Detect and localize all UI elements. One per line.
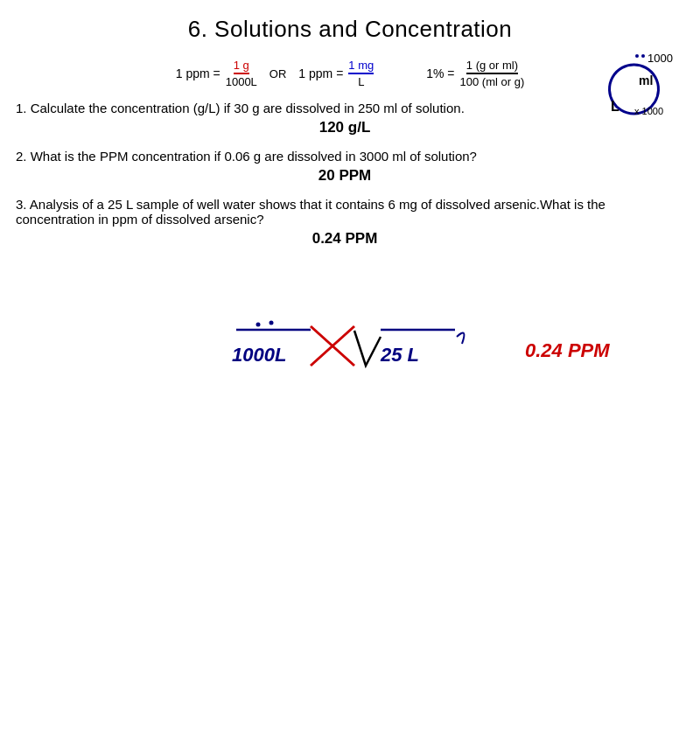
ppm2-numerator: 1 mg [348, 59, 374, 74]
question-2: 2. What is the PPM concentration if 0.06… [16, 149, 674, 185]
svg-text:1000: 1000 [648, 52, 673, 65]
page-title: 6. Solutions and Concentration [0, 0, 700, 52]
formulas-row: 1 ppm = 1 g 1000L OR 1 ppm = 1 mg L 1% =… [0, 52, 700, 92]
ppm1-numerator: 1 g [234, 59, 249, 74]
svg-point-7 [270, 321, 274, 325]
svg-text:0.24 PPM: 0.24 PPM [525, 339, 610, 361]
concentration-circle-svg: 1000 ml L x 1000 [595, 52, 674, 122]
question-1: 1. Calculate the concentration (g/L) if … [16, 101, 674, 136]
ppm1-fraction: 1 g 1000L [226, 59, 257, 88]
ppm2-label: 1 ppm = [298, 66, 343, 80]
answer-1: 120 g/L [16, 119, 674, 136]
pct-denominator: 100 (ml or g) [460, 74, 525, 88]
percent-formula: 1% = 1 (g or ml) 100 (ml or g) [426, 59, 524, 88]
answer-3: 0.24 PPM [16, 230, 674, 248]
circle-diagram: 1000 ml L x 1000 [595, 52, 674, 122]
question-2-text: 2. What is the PPM concentration if 0.06… [16, 149, 674, 164]
handwriting-svg: 1000L 25 L 0.24 PPM [0, 274, 700, 449]
answer-2: 20 PPM [16, 167, 674, 185]
svg-text:ml: ml [639, 73, 653, 87]
svg-text:x 1000: x 1000 [634, 106, 663, 116]
svg-point-6 [256, 323, 261, 327]
svg-point-1 [641, 54, 645, 58]
svg-text:1000L: 1000L [232, 344, 286, 366]
ppm1-denominator: 1000L [226, 74, 257, 88]
ppm2-fraction: 1 mg L [348, 59, 374, 88]
question-3: 3. Analysis of a 25 L sample of well wat… [16, 197, 674, 248]
svg-text:L: L [611, 99, 620, 114]
svg-text:25 L: 25 L [380, 344, 419, 366]
pct-fraction: 1 (g or ml) 100 (ml or g) [460, 59, 525, 88]
ppm-formula-1: 1 ppm = 1 g 1000L [176, 59, 257, 88]
ppm2-denominator: L [358, 74, 364, 88]
question-1-text: 1. Calculate the concentration (g/L) if … [16, 101, 674, 115]
question-3-text: 3. Analysis of a 25 L sample of well wat… [16, 197, 674, 227]
pct-label: 1% = [426, 66, 454, 80]
ppm1-label: 1 ppm = [176, 66, 220, 80]
handwriting-section: 1000L 25 L 0.24 PPM [0, 274, 700, 449]
svg-point-0 [635, 54, 639, 58]
pct-numerator: 1 (g or ml) [466, 59, 518, 74]
or-label: OR [270, 67, 287, 80]
ppm-formula-2: 1 ppm = 1 mg L [298, 59, 374, 88]
